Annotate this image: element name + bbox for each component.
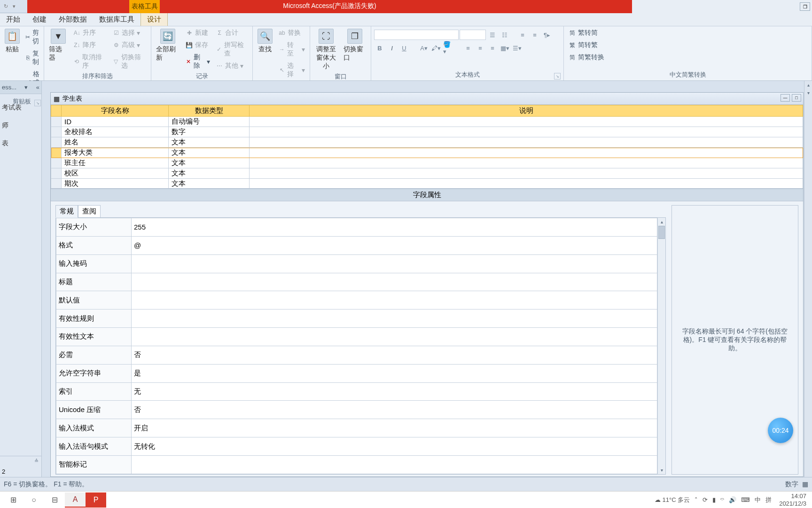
description-cell[interactable] <box>250 137 803 148</box>
data-type-cell[interactable]: 文本 <box>169 168 250 179</box>
copy-button[interactable]: ⎘复制 <box>23 48 43 67</box>
property-value[interactable] <box>132 328 657 346</box>
field-name-cell[interactable]: 报考大类 <box>62 148 169 158</box>
property-value[interactable] <box>132 455 657 474</box>
field-row[interactable]: 全校排名数字 <box>51 127 803 137</box>
field-name-cell[interactable]: ID <box>62 117 169 127</box>
property-value[interactable]: @ <box>132 236 657 254</box>
property-row[interactable]: 索引无 <box>56 382 657 401</box>
sort-asc-button[interactable]: A↓升序 <box>71 28 109 38</box>
tray-cloud-icon[interactable]: ⟳ <box>703 496 708 503</box>
nav-header[interactable]: ess...▾ « <box>0 81 41 94</box>
field-name-cell[interactable]: 班主任 <box>62 158 169 168</box>
sort-desc-button[interactable]: Z↓降序 <box>71 40 109 50</box>
property-value[interactable]: 255 <box>132 218 657 237</box>
property-row[interactable]: 智能标记 <box>56 455 657 474</box>
property-row[interactable]: 必需否 <box>56 346 657 364</box>
refresh-all-button[interactable]: 🔄 全部刷新 <box>154 28 182 63</box>
data-type-cell[interactable]: 文本 <box>169 179 250 189</box>
filter-button[interactable]: ▼ 筛选器 <box>47 28 70 63</box>
tray-wifi-icon[interactable]: ⌔ <box>720 496 724 503</box>
indent-inc-icon[interactable]: ≡ <box>529 30 540 40</box>
highlight-icon[interactable]: 🖍▾ <box>430 43 442 53</box>
maximize-icon[interactable]: □ <box>792 94 801 102</box>
property-row[interactable]: 有效性规则 <box>56 310 657 328</box>
scroll-up-icon[interactable]: ▴ <box>658 218 665 226</box>
tab-start[interactable]: 开始 <box>0 12 26 26</box>
clear-sort-button[interactable]: ⟲取消排序 <box>71 52 109 71</box>
tab-create[interactable]: 创建 <box>26 12 53 26</box>
italic-button[interactable]: I <box>386 43 398 53</box>
new-record-button[interactable]: ✚新建 <box>184 28 212 38</box>
property-row[interactable]: 有效性文本 <box>56 328 657 346</box>
scroll-down-icon[interactable]: ▾ <box>658 466 665 474</box>
field-design-grid[interactable]: 字段名称 数据类型 说明 ID自动编号全校排名数字姓名文本报考大类文本班主任文本… <box>51 105 803 189</box>
fill-icon[interactable]: 🪣▾ <box>443 43 454 53</box>
property-row[interactable]: 输入法模式开启 <box>56 419 657 437</box>
advanced-button[interactable]: ⚙高级▾ <box>110 40 148 50</box>
gridlines-icon[interactable]: ▦▾ <box>499 43 510 53</box>
col-datatype[interactable]: 数据类型 <box>169 105 250 117</box>
property-value[interactable]: 否 <box>132 401 657 419</box>
field-name-cell[interactable]: 期次 <box>62 179 169 189</box>
data-type-cell[interactable]: 文本 <box>169 158 250 168</box>
delete-button[interactable]: ✕删除▾ <box>184 52 212 71</box>
trad-to-simp-button[interactable]: 简繁转简 <box>567 28 606 38</box>
nav-item[interactable]: 2 <box>0 466 41 477</box>
alt-row-icon[interactable]: ☰▾ <box>511 43 523 53</box>
paste-button[interactable]: 📋 粘贴 <box>3 28 22 55</box>
tab-lookup[interactable]: 查阅 <box>78 205 101 218</box>
field-name-cell[interactable]: 姓名 <box>62 137 169 148</box>
restore-window-icon[interactable]: ❐ <box>800 2 810 11</box>
ime-indicator[interactable]: 中 <box>755 496 761 504</box>
align-center-icon[interactable]: ≡ <box>475 43 486 53</box>
tab-general[interactable]: 常规 <box>55 205 78 218</box>
save-record-button[interactable]: 💾保存 <box>184 40 212 50</box>
nav-item[interactable]: 师 <box>1 114 40 132</box>
bold-button[interactable]: B <box>374 43 385 53</box>
indent-dec-icon[interactable]: ≡ <box>517 30 528 40</box>
qat-dropdown-icon[interactable]: ▾ <box>10 3 18 10</box>
nav-item[interactable]: 表 <box>1 132 40 150</box>
col-fieldname[interactable]: 字段名称 <box>62 105 169 117</box>
col-description[interactable]: 说明 <box>250 105 803 117</box>
bullets-icon[interactable]: ☰ <box>487 30 498 40</box>
tab-design[interactable]: 设计 <box>141 12 168 26</box>
description-cell[interactable] <box>250 117 803 127</box>
tray-keyboard-icon[interactable]: ⌨ <box>741 496 750 503</box>
quick-access-toolbar[interactable]: ↻ ▾ <box>0 0 27 13</box>
property-value[interactable]: 开启 <box>132 419 657 437</box>
property-row[interactable]: 允许空字符串是 <box>56 364 657 382</box>
scroll-down-icon[interactable]: ▾ <box>804 89 812 97</box>
field-row[interactable]: 校区文本 <box>51 168 803 179</box>
font-family-combo[interactable] <box>374 30 459 40</box>
replace-button[interactable]: ab替换 <box>276 28 307 38</box>
toggle-filter-button[interactable]: ▽切换筛选 <box>110 52 148 71</box>
weather-widget[interactable]: ☁ 11°C 多云 <box>655 496 690 504</box>
property-value[interactable]: 无 <box>132 382 657 401</box>
clock[interactable]: 14:07 2021/12/3 <box>776 492 809 507</box>
view-button-icon[interactable]: ▦ <box>802 480 808 489</box>
data-type-cell[interactable]: 文本 <box>169 148 250 158</box>
field-row[interactable]: 期次文本 <box>51 179 803 189</box>
property-value[interactable] <box>132 291 657 310</box>
font-size-combo[interactable] <box>460 30 486 40</box>
launcher-icon[interactable]: ↘ <box>554 73 561 79</box>
property-value[interactable] <box>132 254 657 273</box>
field-row[interactable]: 姓名文本 <box>51 137 803 148</box>
description-cell[interactable] <box>250 158 803 168</box>
property-row[interactable]: 字段大小255 <box>56 218 657 237</box>
property-value[interactable]: 无转化 <box>132 437 657 456</box>
selection-button[interactable]: ☑选择▾ <box>110 28 148 38</box>
start-button[interactable]: ⊞ <box>3 492 23 508</box>
goto-button[interactable]: →转至▾ <box>276 40 307 59</box>
property-row[interactable]: 默认值 <box>56 291 657 310</box>
font-color-icon[interactable]: A▾ <box>418 43 429 53</box>
description-cell[interactable] <box>250 168 803 179</box>
property-value[interactable]: 是 <box>132 364 657 382</box>
field-row[interactable]: 报考大类文本 <box>51 148 803 158</box>
property-row[interactable]: 输入掩码 <box>56 254 657 273</box>
align-right-icon[interactable]: ≡ <box>487 43 498 53</box>
tab-dbtools[interactable]: 数据库工具 <box>93 12 141 26</box>
property-row[interactable]: Unicode 压缩否 <box>56 401 657 419</box>
